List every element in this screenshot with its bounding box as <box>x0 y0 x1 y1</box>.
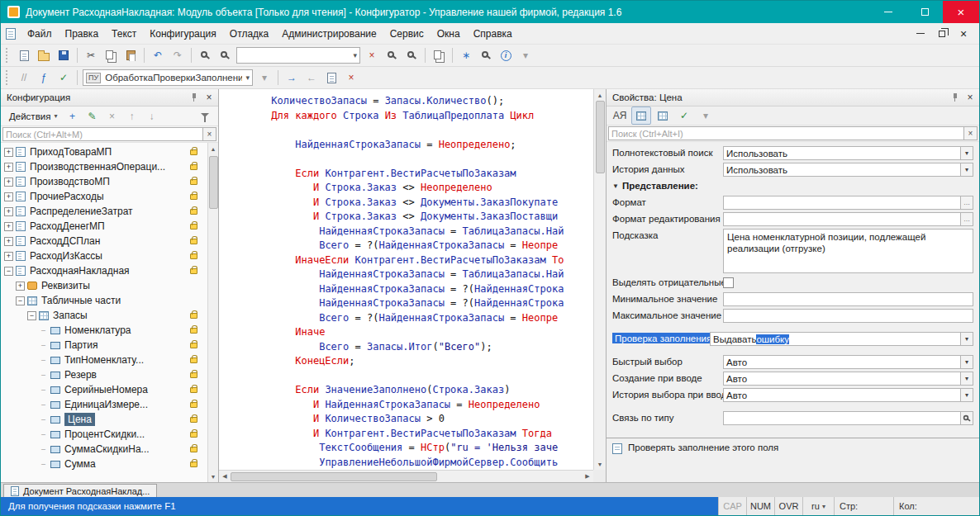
ellipsis-button-edit-format[interactable]: … <box>961 212 973 226</box>
scroll-down-button[interactable]: ▼ <box>207 471 219 482</box>
syntax-check-button[interactable]: ∗ <box>456 46 476 64</box>
more-button[interactable]: ▾ <box>696 107 716 125</box>
dropdown-button-fulltext-search[interactable]: ▾ <box>961 146 973 160</box>
comment-button[interactable]: // <box>14 69 34 87</box>
paste-button[interactable] <box>121 46 140 64</box>
tree-item[interactable]: –ТипНоменклату... <box>1 353 207 367</box>
menu-service[interactable]: Сервис <box>383 25 431 43</box>
tree-item[interactable]: +Реквизиты <box>1 278 207 293</box>
find-replace-button[interactable] <box>215 46 235 64</box>
edit-button[interactable]: ✎ <box>82 107 102 125</box>
expand-icon[interactable]: + <box>4 237 13 246</box>
tree-item[interactable]: –Сумма <box>1 457 207 471</box>
prop-input-min-value[interactable] <box>723 292 973 306</box>
tree-item[interactable]: –Резерв <box>1 367 207 382</box>
close-panel-button[interactable]: × <box>964 92 976 103</box>
sort-alphabetical-button[interactable]: АЯ <box>610 107 630 125</box>
tree-item[interactable]: +ПроизводствоМП <box>1 174 207 189</box>
tree-item[interactable]: –Партия <box>1 338 207 353</box>
dropdown-button-data-history[interactable]: ▾ <box>961 163 973 177</box>
properties-search-input[interactable] <box>608 126 964 140</box>
important-only-button[interactable]: ✓ <box>674 107 694 125</box>
tree-item[interactable]: −РасходнаяНакладная <box>1 263 207 278</box>
clear-search-button[interactable]: × <box>362 46 382 64</box>
ellipsis-button-format[interactable]: … <box>961 196 973 210</box>
tree-item[interactable]: –ЕдиницаИзмере... <box>1 397 207 412</box>
expand-icon[interactable]: + <box>4 252 13 261</box>
move-up-button[interactable]: ↑ <box>121 107 141 125</box>
delete-line-button[interactable]: × <box>341 69 361 87</box>
expand-icon[interactable]: + <box>4 148 13 157</box>
expand-icon[interactable]: + <box>4 178 13 187</box>
tree-item[interactable]: –СерийныеНомера <box>1 382 207 397</box>
combo-history-button[interactable]: ▾ <box>255 69 274 87</box>
procedures-functions-button[interactable]: ƒ <box>34 69 54 87</box>
section-presentation[interactable]: ▼Представление: <box>612 179 973 192</box>
prop-checkbox-highlight-negative[interactable] <box>723 277 734 288</box>
choose-button-type-link[interactable] <box>961 411 973 425</box>
tree-item[interactable]: +РасходДенегМП <box>1 219 207 234</box>
toolbar-grip[interactable] <box>6 70 10 85</box>
menu-edit[interactable]: Правка <box>59 25 106 43</box>
procedure-combo[interactable]: ПУОбработкаПроверкиЗаполнени▾ <box>83 69 253 86</box>
menu-windows[interactable]: Окна <box>431 25 467 43</box>
ovr-indicator[interactable]: OVR <box>774 497 802 515</box>
tree-item[interactable]: –ПроцентСкидки... <box>1 427 207 442</box>
new-file-button[interactable] <box>14 46 34 64</box>
scroll-up-button[interactable]: ▲ <box>594 89 606 101</box>
expand-icon[interactable]: + <box>16 282 25 291</box>
scrollbar-thumb[interactable] <box>231 472 437 481</box>
pin-icon[interactable] <box>951 92 959 102</box>
actions-button[interactable]: Действия ▾ <box>4 110 62 123</box>
tree-item[interactable]: –Цена <box>1 412 207 427</box>
scroll-down-button[interactable]: ▼ <box>594 458 606 470</box>
editor-horizontal-scrollbar[interactable]: ◀ ▶ <box>219 470 593 482</box>
redo-button[interactable]: ↷ <box>168 46 188 64</box>
code-area[interactable]: КоличествоЗапасы = Запасы.Количество(); … <box>219 89 593 470</box>
expand-icon[interactable]: + <box>4 163 13 172</box>
dropdown-button-quick-choice[interactable]: ▾ <box>961 355 973 369</box>
scroll-up-button[interactable]: ▲ <box>207 143 219 154</box>
prop-input-tooltip[interactable]: Цена номенклатурной позиции, подлежащей … <box>723 229 973 273</box>
view-categories-button[interactable] <box>653 107 673 125</box>
dropdown-button-fill-check[interactable]: ▾ <box>961 332 973 346</box>
scroll-left-button[interactable]: ◀ <box>219 471 231 482</box>
view-list-button[interactable] <box>631 107 651 125</box>
maximize-button[interactable] <box>906 1 943 23</box>
dropdown-button-create-on-input[interactable]: ▾ <box>961 372 973 386</box>
menu-administration[interactable]: Администрирование <box>275 25 383 43</box>
prop-input-edit-format[interactable] <box>723 212 961 226</box>
open-file-button[interactable] <box>34 46 54 64</box>
tree-item[interactable]: −Табличные части <box>1 293 207 308</box>
scrollbar-thumb[interactable] <box>596 101 605 173</box>
title-bar[interactable]: Документ РасходнаяНакладная: Модуль объе… <box>1 1 979 23</box>
scroll-right-button[interactable]: ▶ <box>582 471 593 482</box>
prop-input-format[interactable] <box>723 196 961 210</box>
menu-configuration[interactable]: Конфигурация <box>143 25 223 43</box>
pin-icon[interactable] <box>190 92 198 102</box>
copy-button[interactable] <box>101 46 121 64</box>
window-list-button[interactable] <box>429 46 449 64</box>
clear-properties-search-button[interactable]: × <box>964 126 978 140</box>
prop-input-data-history[interactable]: Использовать <box>723 163 961 177</box>
menu-file[interactable]: Файл <box>21 25 59 43</box>
close-panel-button[interactable]: × <box>203 92 215 103</box>
back-button[interactable]: ← <box>302 69 321 87</box>
find-next-button[interactable] <box>382 46 402 64</box>
template-button[interactable] <box>321 69 341 87</box>
prop-input-max-value[interactable] <box>723 309 973 323</box>
tree-item[interactable]: +РасходДСПлан <box>1 234 207 249</box>
chevron-down-icon[interactable]: ▾ <box>350 51 357 59</box>
cut-button[interactable]: ✂ <box>81 46 101 64</box>
save-button[interactable] <box>54 46 74 64</box>
tree-item[interactable]: +ПрочиеРасходы <box>1 189 207 204</box>
tree-item[interactable]: –Номенклатура <box>1 323 207 338</box>
close-window-button[interactable]: × <box>943 1 979 23</box>
caps-indicator[interactable]: CAP <box>718 497 746 515</box>
clear-config-search-button[interactable]: × <box>203 127 216 141</box>
expand-icon[interactable]: + <box>4 207 13 216</box>
add-button[interactable]: + <box>62 107 82 125</box>
filter-button[interactable] <box>195 107 215 125</box>
expand-icon[interactable]: + <box>4 192 13 201</box>
undo-button[interactable]: ↶ <box>148 46 168 64</box>
